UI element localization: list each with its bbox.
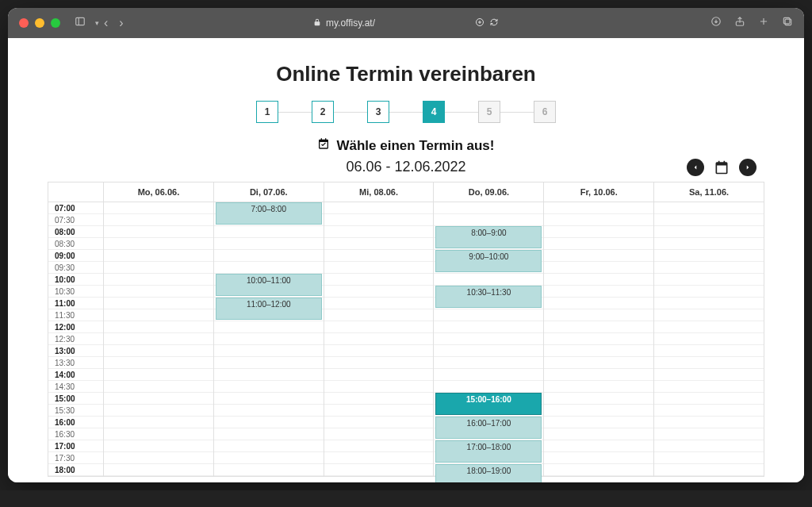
slot-cell[interactable]: [654, 464, 764, 476]
slot-cell[interactable]: [324, 440, 434, 452]
slot-cell[interactable]: [654, 286, 764, 298]
slot-cell[interactable]: [654, 214, 764, 226]
slot-cell[interactable]: [544, 381, 653, 393]
slot-cell[interactable]: [214, 345, 324, 357]
slot-cell[interactable]: [214, 381, 324, 393]
slot-cell[interactable]: [104, 381, 213, 393]
slot-cell[interactable]: [654, 298, 764, 309]
slot-cell[interactable]: [214, 321, 324, 333]
slot-cell[interactable]: [544, 238, 653, 250]
slot-cell[interactable]: [104, 262, 213, 274]
url-bar[interactable]: my.offisy.at/: [313, 17, 499, 29]
maximize-window-button[interactable]: [51, 18, 60, 28]
slot-cell[interactable]: [544, 333, 653, 345]
slot-cell[interactable]: [104, 405, 213, 417]
appointment-slot[interactable]: 15:00–16:00: [435, 393, 542, 415]
new-tab-icon[interactable]: [758, 16, 769, 30]
share-icon[interactable]: [734, 16, 745, 30]
tabs-icon[interactable]: [782, 16, 793, 30]
slot-cell[interactable]: [324, 464, 434, 476]
slot-cell[interactable]: [434, 369, 543, 381]
slot-cell[interactable]: [214, 428, 324, 440]
slot-cell[interactable]: [214, 333, 324, 345]
appointment-slot[interactable]: 7:00–8:00: [216, 202, 322, 225]
slot-cell[interactable]: [104, 428, 213, 440]
slot-cell[interactable]: [214, 357, 324, 369]
slot-cell[interactable]: [654, 250, 764, 262]
slot-cell[interactable]: [654, 274, 764, 286]
slot-cell[interactable]: [214, 417, 324, 428]
slot-cell[interactable]: [104, 274, 213, 286]
slot-cell[interactable]: [324, 369, 434, 381]
slot-cell[interactable]: [324, 417, 434, 428]
slot-cell[interactable]: [104, 202, 213, 214]
slot-cell[interactable]: [324, 345, 434, 357]
slot-cell[interactable]: [324, 393, 434, 405]
slot-cell[interactable]: [324, 357, 434, 369]
slot-cell[interactable]: [434, 309, 543, 321]
step-2[interactable]: 2: [312, 101, 334, 123]
slot-cell[interactable]: [544, 298, 653, 309]
slot-cell[interactable]: [544, 345, 653, 357]
slot-cell[interactable]: [104, 321, 213, 333]
slot-cell[interactable]: [544, 226, 653, 238]
slot-cell[interactable]: [654, 357, 764, 369]
appointment-slot[interactable]: 8:00–9:00: [435, 226, 542, 248]
slot-cell[interactable]: [324, 309, 434, 321]
slot-cell[interactable]: [324, 202, 434, 214]
slot-cell[interactable]: [104, 369, 213, 381]
slot-cell[interactable]: [214, 440, 324, 452]
slot-cell[interactable]: [104, 417, 213, 428]
slot-cell[interactable]: [104, 440, 213, 452]
minimize-window-button[interactable]: [35, 18, 44, 28]
slot-cell[interactable]: [654, 369, 764, 381]
slot-cell[interactable]: [544, 464, 653, 476]
slot-cell[interactable]: [434, 202, 543, 214]
slot-cell[interactable]: [324, 321, 434, 333]
slot-cell[interactable]: [214, 369, 324, 381]
slot-cell[interactable]: [544, 202, 653, 214]
slot-cell[interactable]: [104, 345, 213, 357]
slot-cell[interactable]: [214, 405, 324, 417]
slot-cell[interactable]: [654, 345, 764, 357]
slot-cell[interactable]: [654, 417, 764, 428]
reader-icon[interactable]: [475, 17, 485, 29]
slot-cell[interactable]: [214, 452, 324, 464]
slot-cell[interactable]: [434, 333, 543, 345]
prev-week-button[interactable]: [687, 159, 704, 176]
appointment-slot[interactable]: 18:00–19:00: [435, 464, 542, 482]
slot-cell[interactable]: [324, 286, 434, 298]
slot-cell[interactable]: [214, 226, 324, 238]
slot-cell[interactable]: [214, 238, 324, 250]
appointment-slot[interactable]: 10:00–11:00: [216, 274, 322, 296]
slot-cell[interactable]: [544, 321, 653, 333]
appointment-slot[interactable]: 11:00–12:00: [216, 298, 322, 320]
slot-cell[interactable]: [434, 274, 543, 286]
slot-cell[interactable]: [434, 357, 543, 369]
slot-cell[interactable]: [544, 405, 653, 417]
slot-cell[interactable]: [544, 262, 653, 274]
slot-cell[interactable]: [654, 321, 764, 333]
slot-cell[interactable]: [104, 286, 213, 298]
slot-cell[interactable]: [544, 286, 653, 298]
slot-cell[interactable]: [324, 428, 434, 440]
slot-cell[interactable]: [214, 464, 324, 476]
slot-cell[interactable]: [434, 381, 543, 393]
slot-cell[interactable]: [544, 393, 653, 405]
slot-cell[interactable]: [654, 262, 764, 274]
slot-cell[interactable]: [104, 214, 213, 226]
slot-cell[interactable]: [324, 250, 434, 262]
slot-cell[interactable]: [324, 226, 434, 238]
slot-cell[interactable]: [654, 238, 764, 250]
slot-cell[interactable]: [654, 440, 764, 452]
slot-cell[interactable]: [324, 274, 434, 286]
slot-cell[interactable]: [214, 262, 324, 274]
sidebar-toggle-icon[interactable]: [75, 16, 86, 30]
reload-icon[interactable]: [489, 17, 499, 29]
slot-cell[interactable]: [324, 238, 434, 250]
slot-cell[interactable]: [214, 393, 324, 405]
slot-cell[interactable]: [434, 345, 543, 357]
download-icon[interactable]: [710, 16, 722, 30]
slot-cell[interactable]: [654, 333, 764, 345]
slot-cell[interactable]: [544, 417, 653, 428]
